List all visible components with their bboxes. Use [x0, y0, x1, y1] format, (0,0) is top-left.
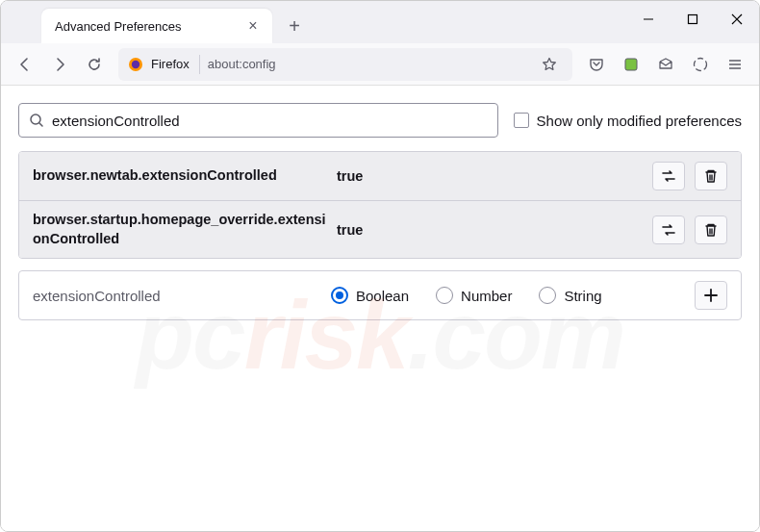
show-modified-checkbox[interactable]: Show only modified preferences [514, 113, 742, 129]
radio-icon [331, 287, 348, 304]
new-pref-row: extensionControlled Boolean Number Strin… [18, 270, 742, 320]
add-pref-button[interactable] [695, 281, 727, 310]
maximize-button[interactable] [671, 1, 715, 38]
pocket-icon[interactable] [580, 48, 613, 81]
forward-button[interactable] [43, 48, 76, 81]
svg-rect-1 [689, 15, 697, 24]
pref-value: true [331, 168, 652, 184]
radio-icon [539, 287, 556, 304]
delete-button[interactable] [695, 162, 727, 190]
delete-button[interactable] [695, 215, 727, 244]
radio-label: Number [461, 288, 512, 304]
radio-label: String [564, 288, 601, 304]
extension-icon[interactable] [615, 48, 647, 81]
window: Advanced Preferences × + [0, 0, 760, 532]
toggle-button[interactable] [652, 162, 685, 190]
svg-rect-6 [625, 59, 637, 70]
minimize-button[interactable] [626, 1, 671, 38]
show-modified-label: Show only modified preferences [537, 113, 742, 129]
search-row: Show only modified preferences [18, 103, 742, 138]
radio-string[interactable]: String [539, 287, 601, 304]
pref-row: browser.startup.homepage_override.extens… [19, 200, 741, 258]
toolbar: Firefox about:config [1, 43, 759, 86]
back-button[interactable] [9, 48, 41, 81]
url-text: about:config [208, 57, 276, 71]
type-radio-group: Boolean Number String [331, 287, 695, 304]
content-area: pcrisk.com Show only modified preference… [1, 86, 759, 531]
pref-actions [652, 162, 727, 190]
new-tab-button[interactable]: + [280, 12, 309, 40]
pref-value: true [331, 222, 652, 238]
account-icon[interactable] [684, 48, 717, 81]
titlebar: Advanced Preferences × + [1, 1, 759, 43]
svg-point-7 [695, 58, 707, 70]
close-tab-icon[interactable]: × [243, 16, 263, 36]
bookmark-star-icon[interactable] [536, 51, 563, 78]
radio-icon [436, 287, 453, 304]
prefs-table: browser.newtab.extensionControlled true … [18, 151, 742, 259]
toggle-button[interactable] [652, 215, 685, 244]
mail-icon[interactable] [649, 48, 682, 81]
new-pref-name: extensionControlled [33, 288, 331, 304]
radio-boolean[interactable]: Boolean [331, 287, 409, 304]
radio-label: Boolean [356, 288, 409, 304]
svg-line-12 [39, 123, 42, 126]
pref-row: browser.newtab.extensionControlled true [19, 152, 741, 200]
reload-button[interactable] [78, 48, 111, 81]
pref-actions [652, 215, 727, 244]
url-identity-label: Firefox [151, 57, 190, 71]
pref-name: browser.newtab.extensionControlled [33, 166, 331, 186]
search-icon [29, 113, 44, 128]
svg-point-5 [132, 60, 139, 67]
url-bar[interactable]: Firefox about:config [118, 48, 572, 81]
urlbar-divider [199, 55, 200, 74]
radio-number[interactable]: Number [436, 287, 512, 304]
search-box[interactable] [18, 103, 498, 138]
firefox-icon [128, 57, 143, 72]
search-input[interactable] [52, 113, 488, 129]
tab-title: Advanced Preferences [55, 19, 243, 34]
browser-tab[interactable]: Advanced Preferences × [41, 9, 272, 43]
pref-name: browser.startup.homepage_override.extens… [33, 211, 331, 248]
menu-button[interactable] [719, 48, 751, 81]
close-window-button[interactable] [715, 1, 759, 38]
window-controls [626, 1, 759, 38]
checkbox-icon [514, 113, 529, 128]
